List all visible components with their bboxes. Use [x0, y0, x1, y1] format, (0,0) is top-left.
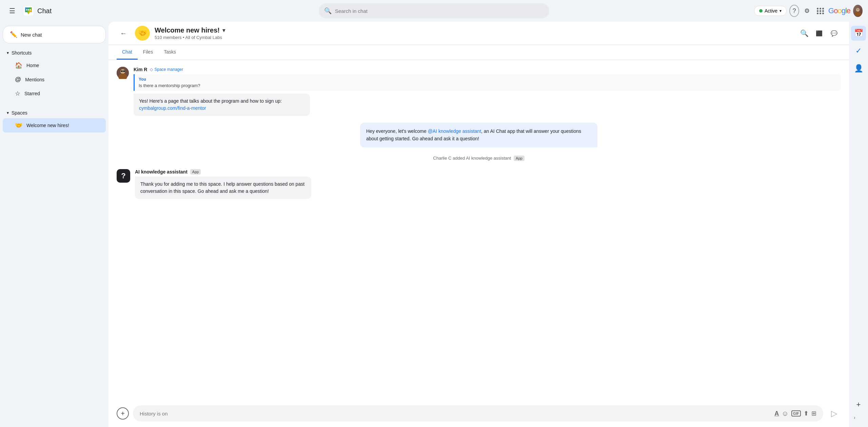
input-icons: A ☺ GIF ⬆ ⊞: [774, 410, 816, 418]
header-search-button[interactable]: 🔍: [797, 26, 811, 40]
system-text: Charlie C added AI knowledge assistant: [433, 156, 511, 161]
video-call-icon[interactable]: ⊞: [811, 410, 816, 417]
diamond-icon: ◇: [150, 67, 153, 72]
ai-avatar: ?: [117, 169, 130, 183]
settings-button[interactable]: ⚙: [802, 4, 812, 18]
avatar-image: [853, 5, 863, 17]
new-chat-button[interactable]: ✏️ New chat: [3, 26, 106, 43]
kim-msg-sender: Kim R ◇ Space manager: [134, 67, 841, 72]
right-panel-tasks[interactable]: ✓: [851, 43, 866, 58]
ai-msg-text: Thank you for adding me to this space. I…: [140, 181, 304, 194]
chat-title-text: Welcome new hires!: [155, 26, 220, 34]
new-chat-label: New chat: [21, 32, 42, 38]
format-text-icon[interactable]: A: [774, 410, 779, 417]
sent-message-bubble: Hey everyone, let's welcome @AI knowledg…: [360, 123, 597, 147]
sidebar-item-mentions[interactable]: @ Mentions: [3, 73, 106, 86]
home-icon: 🏠: [15, 62, 22, 69]
starred-icon: ☆: [15, 90, 20, 97]
ai-sender-name: AI knowledge assistant: [135, 169, 188, 175]
search-input[interactable]: [335, 8, 544, 14]
search-bar[interactable]: 🔍: [319, 3, 549, 18]
svg-point-3: [28, 9, 29, 11]
ai-mention: @AI knowledge assistant: [428, 128, 481, 134]
topbar-right: Active ▾ ? ⚙ Google: [754, 4, 863, 18]
svg-point-9: [858, 9, 859, 10]
ai-msg-sender: AI knowledge assistant App: [135, 169, 841, 175]
tab-files[interactable]: Files: [138, 45, 159, 60]
input-area: + A ☺ GIF ⬆ ⊞ ▷: [108, 400, 849, 427]
right-panel-chevron-icon[interactable]: ›: [851, 412, 866, 423]
menu-button[interactable]: ☰: [5, 4, 19, 18]
emoji-icon[interactable]: ☺: [782, 410, 788, 418]
active-chevron-icon: ▾: [780, 8, 782, 13]
space-avatar-emoji: 🤝: [138, 29, 147, 38]
space-emoji-icon: 🤝: [15, 122, 22, 129]
space-manager-label: Space manager: [154, 67, 183, 72]
kim-reply-text: Yes! Here's a page that talks about the …: [139, 98, 282, 104]
mentorship-link[interactable]: cymbalgroup.com/find-a-mentor: [139, 105, 206, 111]
apps-button[interactable]: [815, 4, 826, 18]
sidebar: ✏️ New chat ▾ Shortcuts 🏠 Home @ Mention…: [0, 22, 108, 427]
help-button[interactable]: ?: [789, 5, 799, 17]
main-content: ← 🤝 Welcome new hires! ▾ 510 members • A…: [108, 22, 849, 427]
user-avatar[interactable]: [853, 5, 863, 17]
spaces-section-wrapper: ▾ Spaces 🤝 Welcome new hires!: [3, 107, 106, 133]
svg-rect-16: [123, 70, 125, 72]
chat-header: ← 🤝 Welcome new hires! ▾ 510 members • A…: [108, 22, 849, 45]
starred-label: Starred: [24, 91, 40, 96]
active-dot: [759, 9, 763, 13]
header-icons: 🔍 ⬛ 💬: [797, 26, 841, 40]
header-threads-button[interactable]: 💬: [827, 26, 841, 40]
kim-msg-content: Kim R ◇ Space manager You Is there a men…: [134, 67, 841, 116]
topbar-search: 🔍: [118, 3, 750, 18]
sent-message-wrapper: Hey everyone, let's welcome @AI knowledg…: [117, 123, 841, 147]
message-group-kim: Kim R ◇ Space manager You Is there a men…: [117, 67, 841, 116]
sidebar-item-starred[interactable]: ☆ Starred: [3, 86, 106, 101]
spaces-chevron-icon: ▾: [7, 110, 9, 115]
ai-msg-bubble: Thank you for adding me to this space. I…: [135, 177, 311, 199]
svg-point-6: [855, 12, 861, 16]
right-panel-add[interactable]: +: [851, 397, 866, 412]
chat-title-block: Welcome new hires! ▾ 510 members • All o…: [155, 26, 793, 40]
space-item-label: Welcome new hires!: [26, 123, 69, 128]
svg-rect-15: [121, 70, 123, 72]
message-input[interactable]: [140, 411, 771, 416]
right-panel-contacts[interactable]: 👤: [851, 61, 866, 76]
shortcuts-label: Shortcuts: [12, 50, 32, 56]
tab-tasks[interactable]: Tasks: [158, 45, 181, 60]
shortcuts-section[interactable]: ▾ Shortcuts: [3, 47, 106, 58]
svg-point-2: [26, 9, 27, 11]
google-logo: Google: [828, 6, 850, 15]
tab-chat[interactable]: Chat: [117, 45, 138, 60]
sidebar-item-welcome-new-hires[interactable]: 🤝 Welcome new hires!: [3, 118, 106, 133]
home-label: Home: [26, 63, 39, 68]
ai-app-badge: App: [190, 169, 201, 175]
app-logo: Chat: [23, 5, 52, 16]
message-group-ai: ? AI knowledge assistant App Thank you f…: [117, 169, 841, 199]
topbar: ☰ Chat: [0, 0, 868, 22]
search-icon: 🔍: [324, 7, 332, 15]
upload-icon[interactable]: ⬆: [804, 410, 809, 417]
kim-msg-bubble: Yes! Here's a page that talks about the …: [134, 94, 310, 116]
right-panel-calendar[interactable]: 📅: [851, 26, 866, 41]
quoted-message: You Is there a mentorship program?: [134, 74, 841, 91]
kim-sender-name: Kim R: [134, 67, 147, 72]
add-content-button[interactable]: +: [117, 407, 129, 420]
send-button[interactable]: ▷: [827, 407, 841, 420]
kim-avatar: [117, 67, 129, 79]
chat-title-chevron-icon[interactable]: ▾: [222, 27, 225, 34]
spaces-section[interactable]: ▾ Spaces: [3, 107, 106, 118]
message-input-box: A ☺ GIF ⬆ ⊞: [133, 405, 823, 422]
header-meeting-button[interactable]: ⬛: [812, 26, 826, 40]
quoted-sender: You: [139, 77, 837, 82]
grid-icon: [817, 8, 824, 14]
active-label: Active: [765, 8, 777, 14]
back-button[interactable]: ←: [117, 26, 130, 40]
chat-logo-icon: [23, 5, 34, 16]
ai-avatar-icon: ?: [121, 171, 125, 180]
sidebar-item-home[interactable]: 🏠 Home: [3, 58, 106, 73]
gif-icon[interactable]: GIF: [791, 410, 801, 416]
active-status-button[interactable]: Active ▾: [754, 6, 787, 16]
right-panel: 📅 ✓ 👤 + ›: [849, 22, 868, 427]
kim-avatar-image: [117, 67, 129, 79]
